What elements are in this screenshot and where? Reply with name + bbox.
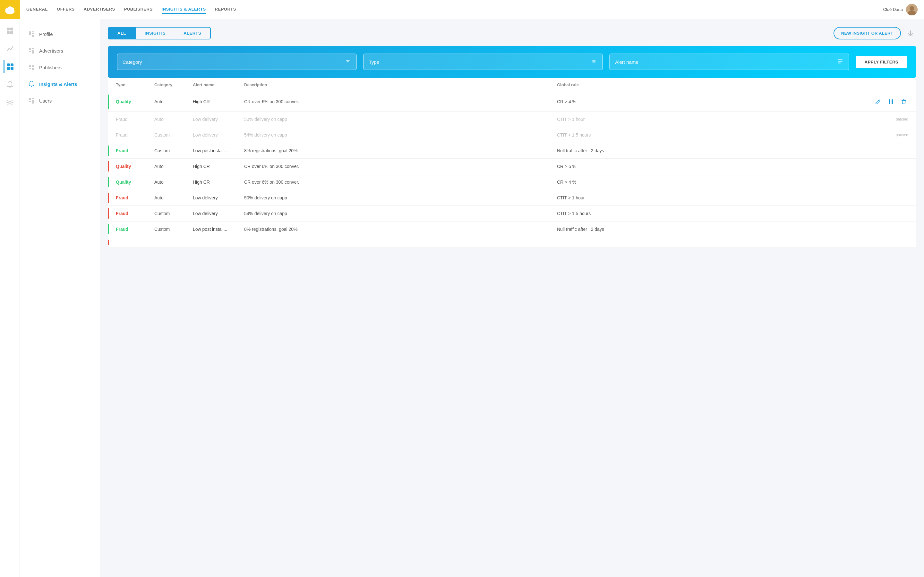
cell-actions: paused — [870, 117, 908, 121]
svg-rect-20 — [32, 33, 34, 34]
user-menu[interactable]: Cloé Dana — [883, 4, 918, 15]
category-filter[interactable]: Category — [117, 53, 357, 70]
svg-rect-45 — [838, 63, 841, 63]
svg-rect-27 — [32, 51, 34, 53]
svg-rect-18 — [29, 31, 31, 34]
svg-rect-37 — [29, 101, 31, 102]
bell-icon — [27, 80, 35, 88]
svg-rect-48 — [892, 99, 893, 104]
cell-category: Custom — [154, 132, 193, 137]
tab-insights[interactable]: INSIGHTS — [136, 27, 174, 39]
sidebar-bell[interactable] — [3, 78, 16, 91]
cell-global-rule: CTIT > 1.5 hours — [557, 211, 870, 216]
svg-rect-35 — [32, 98, 34, 99]
nav-link-insights---alerts[interactable]: INSIGHTS & ALERTS — [162, 5, 206, 14]
row-indicator — [108, 114, 109, 124]
tab-actions: NEW INSIGHT OR ALERT — [834, 27, 916, 39]
left-panel-item-insights---alerts[interactable]: Insights & Alerts — [20, 76, 100, 92]
table-body: QualityAutoHigh CRCR over 6% on 300 conv… — [108, 92, 916, 248]
type-filter[interactable]: Type — [363, 53, 603, 70]
table-row — [108, 237, 916, 248]
sidebar-dashboard[interactable] — [3, 24, 16, 37]
puzzle-icon — [27, 97, 35, 105]
cell-description: CR over 6% on 300 conver. — [244, 99, 557, 104]
table-header: Type Category Alert name Description Glo… — [108, 78, 916, 92]
cell-global-rule: CR > 4 % — [557, 179, 870, 185]
edit-button[interactable] — [874, 97, 883, 106]
cell-actions — [870, 97, 908, 106]
cell-category: Auto — [154, 117, 193, 122]
nav-link-reports[interactable]: REPORTS — [215, 5, 236, 14]
cell-type: Fraud — [116, 132, 154, 137]
svg-rect-26 — [29, 51, 31, 52]
sidebar-insights[interactable] — [3, 60, 16, 73]
table-row: QualityAutoHigh CRCR over 6% on 300 conv… — [108, 159, 916, 174]
cell-alert-name: High CR — [193, 179, 244, 185]
nav-link-general[interactable]: GENERAL — [26, 5, 48, 14]
nav-link-offers[interactable]: OFFERS — [57, 5, 75, 14]
cell-global-rule: CR > 5 % — [557, 164, 870, 169]
row-indicator — [108, 177, 109, 187]
nav-link-advertisers[interactable]: ADVERTISERS — [84, 5, 115, 14]
left-panel-item-advertisers[interactable]: Advertisers — [20, 42, 100, 59]
cell-global-rule: CR > 4 % — [557, 99, 870, 104]
svg-rect-9 — [7, 31, 10, 34]
pause-button[interactable] — [887, 97, 895, 106]
cell-alert-name: High CR — [193, 99, 244, 104]
alert-name-filter[interactable]: Alert name — [609, 53, 849, 70]
new-insight-button[interactable]: NEW INSIGHT OR ALERT — [834, 27, 901, 39]
cell-actions: paused — [870, 133, 908, 137]
svg-rect-28 — [29, 65, 31, 67]
sidebar-settings[interactable] — [3, 96, 16, 109]
col-category: Category — [154, 82, 193, 87]
cell-type: Fraud — [116, 117, 154, 122]
cell-alert-name: Low delivery — [193, 132, 244, 137]
cell-type: Quality — [116, 164, 154, 169]
row-indicator — [108, 161, 109, 171]
svg-rect-29 — [32, 65, 34, 66]
cell-category: Custom — [154, 148, 193, 153]
table-row: FraudCustomLow delivery54% delivery on c… — [108, 206, 916, 221]
svg-rect-30 — [32, 66, 34, 67]
type-filter-icon — [591, 58, 597, 66]
tab-alerts[interactable]: ALERTS — [174, 27, 211, 39]
svg-point-17 — [9, 101, 11, 104]
table-row: QualityAutoHigh CRCR over 6% on 300 conv… — [108, 174, 916, 190]
tab-all[interactable]: ALL — [108, 27, 136, 39]
cell-alert-name: Low post install... — [193, 148, 244, 153]
status-badge: paused — [896, 117, 908, 121]
svg-point-3 — [7, 6, 13, 11]
cell-alert-name: Low delivery — [193, 195, 244, 200]
puzzle-icon — [27, 47, 35, 55]
left-panel-item-profile[interactable]: Profile — [20, 26, 100, 42]
cell-description: CR over 6% on 300 conver. — [244, 179, 557, 185]
left-panel-item-users[interactable]: Users — [20, 92, 100, 109]
cell-type: Fraud — [116, 227, 154, 232]
cell-category: Custom — [154, 211, 193, 216]
svg-rect-47 — [889, 99, 890, 104]
cell-alert-name: Low delivery — [193, 117, 244, 122]
svg-point-5 — [909, 6, 914, 11]
nav-link-publishers[interactable]: PUBLISHERS — [124, 5, 153, 14]
left-panel-item-publishers[interactable]: Publishers — [20, 59, 100, 76]
cell-category: Auto — [154, 179, 193, 185]
left-panel: ProfileAdvertisersPublishersInsights & A… — [20, 19, 100, 577]
delete-button[interactable] — [899, 97, 908, 106]
table-container: Type Category Alert name Description Glo… — [108, 78, 916, 248]
cell-description: CR over 6% on 300 conver. — [244, 164, 557, 169]
puzzle-icon — [27, 30, 35, 38]
cell-type: Quality — [116, 99, 154, 104]
svg-rect-10 — [10, 31, 13, 34]
tab-bar: ALLINSIGHTSALERTS NEW INSIGHT OR ALERT — [108, 27, 916, 39]
main-content: ALLINSIGHTSALERTS NEW INSIGHT OR ALERT C… — [100, 19, 924, 577]
tabs: ALLINSIGHTSALERTS — [108, 27, 211, 39]
logo[interactable] — [0, 0, 20, 19]
download-button[interactable] — [905, 27, 916, 39]
apply-filters-button[interactable]: APPLY FILTERS — [856, 56, 907, 68]
col-alert-name: Alert name — [193, 82, 244, 87]
svg-rect-38 — [32, 101, 34, 103]
sidebar-analytics[interactable] — [3, 42, 16, 55]
svg-rect-31 — [29, 68, 31, 69]
svg-rect-7 — [7, 27, 10, 31]
row-indicator — [108, 240, 109, 245]
